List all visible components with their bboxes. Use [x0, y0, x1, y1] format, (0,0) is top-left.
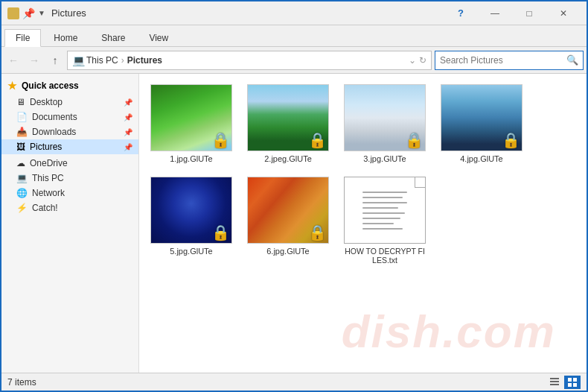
file-thumb-5: 🔒: [150, 177, 232, 244]
file-name-5: 5.jpg.GlUTe: [170, 247, 212, 256]
svg-rect-1: [550, 381, 559, 382]
file-item-5[interactable]: 🔒 5.jpg.GlUTe: [147, 174, 236, 268]
sidebar-item-pictures[interactable]: 🖼 Pictures 📌: [1, 139, 138, 154]
tab-share[interactable]: Share: [90, 29, 136, 46]
lock-icon-2: 🔒: [308, 131, 327, 149]
window-title: Pictures: [51, 7, 444, 19]
breadcrumb-thispc: This PC: [86, 55, 118, 66]
file-thumb-7: [344, 177, 426, 244]
sidebar-item-network[interactable]: 🌐 Network: [1, 186, 138, 200]
file-grid: 🔒 1.jpg.GlUTe 🔒 2.jpeg.GlUTe 🔒 3.jpg.GlU…: [139, 74, 587, 373]
file-name-1: 1.jpg.GlUTe: [170, 154, 212, 163]
file-item-6[interactable]: 🔒 6.jpg.GlUTe: [243, 174, 333, 268]
file-item-2[interactable]: 🔒 2.jpeg.GlUTe: [243, 81, 333, 166]
txt-line-2: [362, 197, 403, 198]
sidebar-item-desktop[interactable]: 🖥 Desktop 📌: [1, 95, 138, 110]
svg-rect-2: [550, 384, 559, 385]
lock-icon-3: 🔒: [405, 131, 424, 149]
pin-icon-downloads: 📌: [124, 128, 132, 136]
pin-icon-desktop: 📌: [124, 98, 132, 107]
sidebar-item-downloads[interactable]: 📥 Downloads 📌: [1, 124, 138, 139]
pictures-label: Pictures: [30, 142, 62, 152]
file-thumb-4: 🔒: [441, 84, 523, 151]
star-icon: ★: [7, 80, 17, 92]
file-item-4[interactable]: 🔒 4.jpg.GlUTe: [437, 81, 526, 166]
breadcrumb-icon: 💻: [72, 54, 85, 66]
view-toggle: [546, 376, 581, 389]
minimize-button[interactable]: —: [478, 1, 512, 25]
tab-file[interactable]: File: [4, 29, 41, 47]
thispc-icon: 💻: [16, 173, 28, 183]
svg-rect-4: [573, 378, 577, 382]
file-item-3[interactable]: 🔒 3.jpg.GlUTe: [340, 81, 429, 166]
title-bar: 📌 ▼ Pictures ? — □ ✕: [1, 1, 587, 25]
sidebar-item-thispc[interactable]: 💻 This PC: [1, 171, 138, 186]
svg-rect-0: [550, 378, 559, 379]
search-icon: 🔍: [566, 54, 578, 66]
quick-access-label: Quick access: [22, 80, 79, 91]
back-button[interactable]: ←: [4, 51, 22, 69]
onedrive-icon: ☁: [16, 158, 25, 168]
sidebar-item-onedrive[interactable]: ☁ OneDrive: [1, 156, 138, 171]
ribbon: File Home Share View: [1, 25, 587, 47]
maximize-button[interactable]: □: [512, 1, 546, 25]
help-button[interactable]: ?: [444, 1, 478, 25]
txt-corner: [415, 177, 425, 188]
downloads-folder-icon: 📥: [16, 127, 28, 137]
address-box[interactable]: 💻 This PC › Pictures ⌄ ↻: [67, 51, 432, 70]
sidebar-item-documents[interactable]: 📄 Documents 📌: [1, 110, 138, 124]
txt-lines: [357, 186, 413, 235]
pin-icon-documents: 📌: [124, 113, 132, 121]
txt-line-7: [362, 223, 394, 224]
file-item-1[interactable]: 🔒 1.jpg.GlUTe: [147, 81, 236, 166]
txt-line-6: [362, 218, 400, 219]
file-name-4: 4.jpg.GlUTe: [460, 154, 502, 163]
svg-rect-3: [568, 378, 572, 382]
lock-icon-6: 🔒: [308, 224, 327, 241]
documents-label: Documents: [32, 112, 77, 122]
file-name-7: HOW TO DECRYPT FILES.txt: [343, 247, 426, 265]
watermark: dish.com: [342, 305, 556, 358]
grid-view-button[interactable]: [564, 376, 581, 389]
tab-home[interactable]: Home: [42, 29, 89, 46]
txt-line-3: [362, 202, 407, 203]
breadcrumb-pictures: Pictures: [127, 55, 162, 66]
lock-icon-1: 🔒: [211, 131, 230, 149]
up-button[interactable]: ↑: [46, 51, 64, 69]
breadcrumb: 💻 This PC › Pictures: [72, 54, 162, 66]
desktop-folder-icon: 🖥: [16, 97, 25, 107]
ribbon-tab-bar: File Home Share View: [1, 25, 587, 46]
sidebar-section-quick-access: ★ Quick access 🖥 Desktop 📌 📄 Documents 📌…: [1, 77, 138, 154]
search-box[interactable]: 🔍: [435, 51, 584, 70]
sidebar-item-catch[interactable]: ⚡ Catch!: [1, 200, 138, 215]
file-thumb-6: 🔒: [247, 177, 329, 244]
title-bar-icon-area: 📌 ▼: [7, 7, 45, 19]
catch-label: Catch!: [32, 203, 58, 213]
file-thumb-1: 🔒: [150, 84, 232, 151]
txt-line-5: [362, 212, 405, 214]
downloads-label: Downloads: [32, 127, 76, 137]
pin-icon-pictures: 📌: [124, 143, 132, 151]
list-view-button[interactable]: [546, 376, 563, 389]
status-bar: 7 items: [1, 373, 587, 391]
address-bar-row: ← → ↑ 💻 This PC › Pictures ⌄ ↻ 🔍: [1, 47, 587, 74]
close-button[interactable]: ✕: [546, 1, 581, 25]
onedrive-label: OneDrive: [30, 158, 68, 168]
sidebar-quick-access-header[interactable]: ★ Quick access: [1, 77, 138, 95]
file-item-7[interactable]: HOW TO DECRYPT FILES.txt: [340, 174, 429, 268]
forward-button[interactable]: →: [25, 51, 43, 69]
file-name-3: 3.jpg.GlUTe: [363, 154, 406, 163]
svg-rect-5: [568, 383, 572, 387]
file-name-2: 2.jpeg.GlUTe: [264, 154, 312, 163]
window-icon: [7, 7, 19, 19]
search-input[interactable]: [440, 55, 563, 66]
txt-line-1: [362, 192, 407, 193]
sidebar: ★ Quick access 🖥 Desktop 📌 📄 Documents 📌…: [1, 74, 139, 373]
txt-line-8: [362, 228, 403, 230]
quick-access-icon: 📌: [22, 7, 35, 19]
dropdown-icon: ▼: [38, 9, 45, 17]
tab-view[interactable]: View: [138, 29, 179, 46]
catch-icon: ⚡: [16, 203, 28, 213]
main-area: ★ Quick access 🖥 Desktop 📌 📄 Documents 📌…: [1, 74, 587, 373]
thispc-label: This PC: [32, 173, 64, 183]
